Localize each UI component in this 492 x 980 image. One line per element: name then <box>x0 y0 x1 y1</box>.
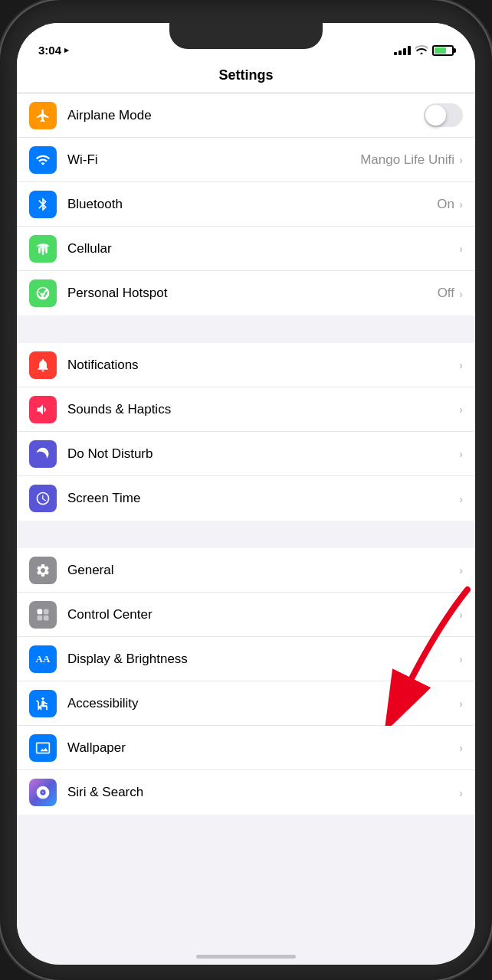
notifications-label: Notifications <box>67 358 459 373</box>
cellular-chevron: › <box>459 242 463 255</box>
display-row[interactable]: AA Display & Brightness › <box>17 637 475 681</box>
signal-bar-3 <box>403 48 406 55</box>
cellular-label: Cellular <box>67 241 459 256</box>
sounds-chevron: › <box>459 403 463 416</box>
signal-bars <box>394 46 411 55</box>
settings-content: Airplane Mode Wi-Fi Mango Life Unifi › <box>17 93 475 951</box>
battery-fill <box>435 47 446 54</box>
svg-rect-4 <box>38 609 43 614</box>
screentime-icon <box>29 485 57 512</box>
bluetooth-chevron: › <box>459 198 463 211</box>
svg-rect-5 <box>44 609 49 614</box>
battery-icon <box>432 45 454 56</box>
display-icon: AA <box>29 645 57 673</box>
general-label: General <box>67 563 459 578</box>
svg-rect-7 <box>44 615 49 620</box>
wifi-row[interactable]: Wi-Fi Mango Life Unifi › <box>17 138 475 182</box>
cellular-row[interactable]: Cellular › <box>17 227 475 271</box>
sounds-label: Sounds & Haptics <box>67 402 459 417</box>
personal-hotspot-row[interactable]: Personal Hotspot Off › <box>17 271 475 315</box>
airplane-mode-label: Airplane Mode <box>67 108 424 123</box>
wallpaper-icon <box>29 734 57 762</box>
wifi-icon <box>29 146 57 174</box>
location-icon: ▸ <box>64 45 69 55</box>
dnd-chevron: › <box>459 447 463 460</box>
airplane-mode-icon <box>29 102 57 129</box>
notch <box>169 23 323 49</box>
toggle-knob <box>425 105 446 126</box>
notifications-row[interactable]: Notifications › <box>17 343 475 387</box>
display-chevron: › <box>459 652 463 665</box>
svg-point-8 <box>41 697 44 699</box>
hotspot-icon <box>29 279 57 307</box>
hotspot-label: Personal Hotspot <box>67 286 438 301</box>
signal-bar-4 <box>408 46 411 55</box>
display-label: Display & Brightness <box>67 652 459 667</box>
signal-bar-2 <box>399 51 402 55</box>
dnd-label: Do Not Disturb <box>67 446 459 462</box>
hotspot-value: Off <box>438 286 454 301</box>
status-icons <box>394 44 454 57</box>
general-section: General › Control Center › <box>17 548 475 815</box>
dnd-row[interactable]: Do Not Disturb › <box>17 432 475 476</box>
phone-screen: 3:04 ▸ <box>17 23 475 965</box>
accessibility-chevron: › <box>459 697 463 710</box>
svg-rect-2 <box>42 245 44 253</box>
notifications-chevron: › <box>459 358 463 371</box>
wifi-value: Mango Life Unifi <box>360 152 454 168</box>
siri-icon <box>29 779 57 806</box>
svg-rect-3 <box>45 244 48 253</box>
page-title: Settings <box>218 67 273 83</box>
control-center-row[interactable]: Control Center › <box>17 593 475 637</box>
status-time: 3:04 ▸ <box>38 44 69 57</box>
notifications-section: Notifications › Sounds & Haptics › <box>17 343 475 521</box>
connectivity-section: Airplane Mode Wi-Fi Mango Life Unifi › <box>17 93 475 315</box>
dnd-icon <box>29 440 57 468</box>
control-center-icon <box>29 601 57 629</box>
time-display: 3:04 <box>38 44 61 57</box>
section-divider-2 <box>17 521 475 548</box>
svg-rect-1 <box>38 247 41 253</box>
bluetooth-row[interactable]: Bluetooth On › <box>17 182 475 227</box>
siri-label: Siri & Search <box>67 785 459 800</box>
cellular-icon <box>29 235 57 263</box>
home-indicator[interactable] <box>196 955 296 959</box>
nav-header: Settings <box>17 61 475 93</box>
wifi-label: Wi-Fi <box>67 152 360 168</box>
section-divider-1 <box>17 315 475 343</box>
bluetooth-value: On <box>437 197 454 212</box>
notifications-icon <box>29 351 57 379</box>
svg-rect-6 <box>38 615 43 620</box>
control-center-chevron: › <box>459 608 463 621</box>
general-chevron: › <box>459 564 463 577</box>
wallpaper-row[interactable]: Wallpaper › <box>17 726 475 770</box>
siri-row[interactable]: Siri & Search › <box>17 770 475 815</box>
wifi-status-icon <box>415 44 428 57</box>
screentime-row[interactable]: Screen Time › <box>17 476 475 521</box>
hotspot-chevron: › <box>459 287 463 300</box>
sounds-row[interactable]: Sounds & Haptics › <box>17 387 475 432</box>
wallpaper-chevron: › <box>459 741 463 754</box>
bluetooth-icon <box>29 191 57 218</box>
accessibility-icon <box>29 690 57 717</box>
airplane-mode-toggle[interactable] <box>424 103 463 127</box>
general-row[interactable]: General › <box>17 548 475 593</box>
accessibility-row[interactable]: Accessibility › <box>17 681 475 726</box>
general-icon <box>29 557 57 584</box>
signal-bar-1 <box>394 52 397 55</box>
accessibility-label: Accessibility <box>67 696 459 711</box>
wallpaper-label: Wallpaper <box>67 740 459 756</box>
airplane-mode-row[interactable]: Airplane Mode <box>17 93 475 138</box>
siri-chevron: › <box>459 786 463 799</box>
sounds-icon <box>29 396 57 423</box>
screentime-label: Screen Time <box>67 491 459 506</box>
bluetooth-label: Bluetooth <box>67 197 437 212</box>
wifi-chevron: › <box>459 153 463 166</box>
control-center-label: Control Center <box>67 607 459 622</box>
screentime-chevron: › <box>459 492 463 505</box>
phone-frame: 3:04 ▸ <box>0 0 492 980</box>
